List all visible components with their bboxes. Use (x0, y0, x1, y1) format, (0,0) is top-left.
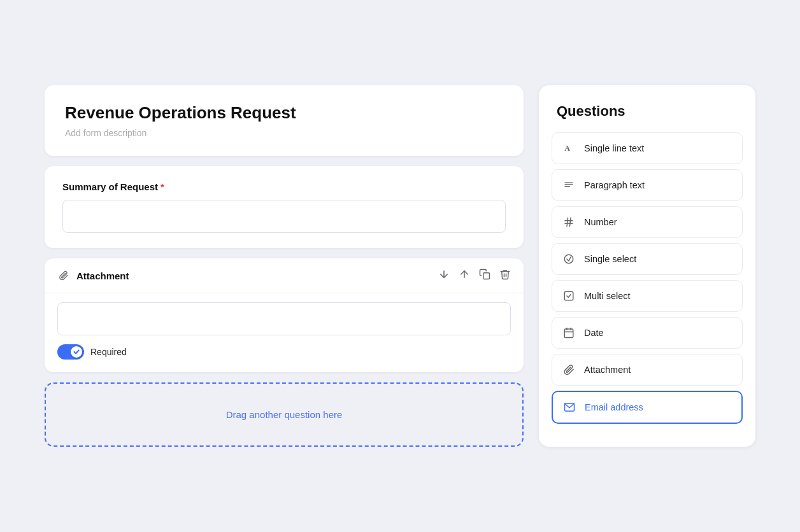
attachment-label-row: Attachment (57, 269, 129, 282)
move-up-button[interactable] (459, 269, 470, 283)
svg-rect-2 (483, 273, 490, 279)
attachment-label: Attachment (76, 270, 129, 281)
duplicate-button[interactable] (479, 269, 490, 283)
delete-button[interactable] (499, 269, 511, 283)
svg-line-9 (567, 218, 568, 227)
summary-field-label: Summary of Request * (62, 181, 506, 192)
form-panel: Revenue Operations Request Add form desc… (45, 85, 524, 447)
required-toggle[interactable] (57, 344, 84, 360)
question-item-single-select[interactable]: Single select (552, 243, 743, 275)
app-container: Revenue Operations Request Add form desc… (24, 65, 776, 467)
question-label-single-select: Single select (584, 254, 636, 264)
attachment-question-icon (562, 363, 575, 376)
attachment-card: Attachment (45, 258, 524, 372)
question-items-list: A Single line text Paragraph text (552, 132, 743, 424)
required-label: Required (90, 347, 127, 357)
question-item-multi-select[interactable]: Multi select (552, 280, 743, 312)
required-star: * (161, 181, 164, 192)
summary-field-card: Summary of Request * (45, 166, 524, 248)
attachment-input-field[interactable] (57, 302, 511, 335)
attachment-icon (57, 269, 70, 282)
questions-panel: Questions A Single line text (539, 85, 755, 447)
question-label-attachment: Attachment (584, 365, 631, 375)
single-line-text-icon: A (562, 142, 575, 155)
attachment-body: Required (45, 293, 524, 372)
questions-panel-title: Questions (552, 103, 743, 120)
svg-rect-12 (564, 291, 573, 300)
question-label-paragraph-text: Paragraph text (584, 180, 645, 190)
question-item-email[interactable]: Email address (552, 391, 743, 424)
toggle-knob (71, 346, 82, 358)
question-label-number: Number (584, 217, 617, 227)
question-label-multi-select: Multi select (584, 291, 631, 301)
paragraph-text-icon (562, 179, 575, 192)
attachment-header: Attachment (45, 258, 524, 293)
svg-text:A: A (564, 144, 570, 153)
drop-zone[interactable]: Drag another question here (45, 382, 524, 447)
multi-select-icon (562, 290, 575, 302)
question-label-date: Date (584, 328, 604, 338)
drop-zone-text: Drag another question here (226, 409, 343, 420)
question-item-paragraph-text[interactable]: Paragraph text (552, 169, 743, 201)
attachment-actions (438, 269, 511, 283)
number-icon (562, 216, 575, 228)
date-icon (562, 326, 575, 339)
move-down-button[interactable] (438, 269, 450, 283)
form-description-placeholder[interactable]: Add form description (65, 128, 503, 138)
required-toggle-row: Required (57, 344, 511, 360)
question-item-number[interactable]: Number (552, 206, 743, 238)
question-item-attachment[interactable]: Attachment (552, 354, 743, 386)
question-label-email: Email address (585, 402, 643, 412)
question-item-date[interactable]: Date (552, 317, 743, 349)
email-icon (563, 401, 576, 414)
svg-rect-13 (564, 329, 573, 338)
single-select-icon (562, 253, 575, 265)
svg-line-10 (570, 218, 571, 227)
form-title: Revenue Operations Request (65, 103, 503, 123)
svg-point-11 (564, 255, 573, 263)
summary-input[interactable] (62, 200, 506, 233)
question-label-single-line-text: Single line text (584, 143, 644, 153)
form-header-card: Revenue Operations Request Add form desc… (45, 85, 524, 156)
question-item-single-line-text[interactable]: A Single line text (552, 132, 743, 164)
